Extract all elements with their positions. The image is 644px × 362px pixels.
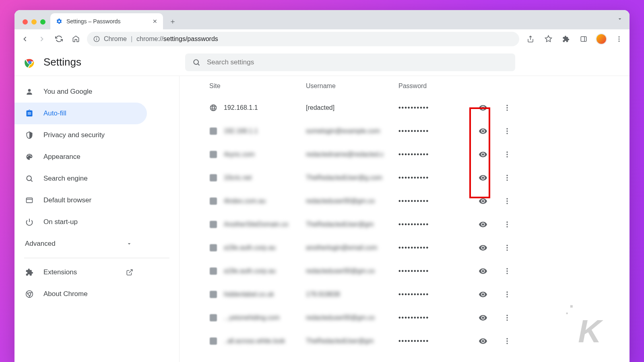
password-mask: ••••••••••: [398, 291, 471, 298]
sidebar-about[interactable]: About Chrome: [14, 283, 147, 305]
site-name: 4index.com.au: [224, 197, 266, 205]
sidebar-item-you-and-google[interactable]: You and Google: [14, 81, 147, 103]
sidebar-item-appearance[interactable]: Appearance: [14, 146, 147, 168]
row-more-button[interactable]: [500, 194, 514, 208]
password-row[interactable]: 4sync.comredactedname@redacted.c••••••••…: [180, 143, 514, 166]
password-row[interactable]: 10cric.netTheRedactedUser@g.com•••••••••…: [180, 166, 514, 189]
settings-header: Settings: [14, 49, 630, 76]
profile-avatar[interactable]: [596, 33, 607, 45]
password-row[interactable]: a19e.auth.corp.auanotherlogin@email.com•…: [180, 236, 514, 259]
password-mask: ••••••••••: [398, 221, 471, 228]
new-tab-button[interactable]: ＋: [166, 15, 179, 28]
svg-point-26: [506, 133, 508, 134]
password-row[interactable]: 4index.com.auredacteduser00@gm.co•••••••…: [180, 189, 514, 213]
show-password-button[interactable]: [476, 101, 490, 115]
svg-point-30: [506, 175, 508, 176]
show-password-button[interactable]: [476, 287, 490, 302]
row-more-button[interactable]: [500, 101, 514, 115]
password-row[interactable]: ...yetonehiding.comredacteduser00@gm.co•…: [180, 306, 514, 329]
password-row[interactable]: AnotherSiteDomain.coTheRedactedUser@gm••…: [180, 213, 514, 236]
show-password-button[interactable]: [476, 147, 490, 162]
row-more-button[interactable]: [500, 241, 514, 255]
show-password-button[interactable]: [476, 264, 490, 278]
svg-point-37: [506, 224, 508, 225]
sidebar-extensions[interactable]: Extensions: [14, 261, 147, 283]
password-row[interactable]: a19e.auth.corp.auredacteduser00@gm.co•••…: [180, 259, 514, 283]
svg-point-42: [506, 268, 508, 269]
row-more-button[interactable]: [500, 334, 514, 348]
password-mask: ••••••••••: [398, 151, 471, 158]
row-more-button[interactable]: [500, 147, 514, 162]
site-name: 10cric.net: [224, 174, 252, 181]
show-password-button[interactable]: [476, 171, 490, 185]
palette-icon: [25, 152, 34, 161]
svg-point-11: [28, 89, 31, 92]
password-row[interactable]: hiddenlabel.co.uk179.919838••••••••••: [180, 283, 514, 306]
sidebar-item-search-engine[interactable]: Search engine: [14, 168, 147, 189]
settings-sidebar: You and GoogleAuto-fillPrivacy and secur…: [14, 76, 180, 362]
share-button[interactable]: [525, 33, 536, 45]
row-more-button[interactable]: [500, 171, 514, 185]
svg-point-45: [506, 292, 508, 293]
chevron-down-icon: [126, 241, 132, 247]
show-password-button[interactable]: [476, 311, 490, 325]
sidebar-item-default-browser[interactable]: Default browser: [14, 189, 147, 211]
home-button[interactable]: [70, 33, 81, 45]
sidebar-item-auto-fill[interactable]: Auto-fill: [14, 103, 147, 124]
sidebar-advanced[interactable]: Advanced: [14, 233, 143, 255]
username-value: redacteduser00@gm.co: [306, 267, 398, 275]
forward-button[interactable]: [36, 33, 47, 45]
search-settings-box[interactable]: [185, 53, 515, 71]
sidebar-item-privacy-and-security[interactable]: Privacy and security: [14, 124, 147, 146]
svg-point-32: [506, 179, 508, 181]
svg-point-34: [506, 200, 508, 202]
gear-icon: [56, 18, 62, 25]
show-password-button[interactable]: [476, 194, 490, 208]
username-value: anotherlogin@email.com: [306, 244, 398, 251]
address-bar[interactable]: Chrome | chrome://settings/passwords: [87, 32, 519, 46]
reload-button[interactable]: [53, 33, 64, 45]
password-row[interactable]: ..all.across.white.lookTheRedactedUser@g…: [180, 329, 514, 353]
extensions-button[interactable]: [560, 33, 572, 45]
col-username: Username: [306, 82, 398, 90]
username-value: redactedname@redacted.c: [306, 151, 398, 158]
page-title: Settings: [43, 56, 81, 68]
row-more-button[interactable]: [500, 124, 514, 138]
row-more-button[interactable]: [500, 311, 514, 325]
chrome-menu-button[interactable]: [613, 33, 625, 45]
close-tab-icon[interactable]: ✕: [153, 18, 157, 25]
extension-icon: [25, 268, 34, 277]
show-password-button[interactable]: [476, 217, 490, 232]
sidepanel-button[interactable]: [578, 33, 589, 45]
svg-point-40: [506, 247, 508, 248]
close-window-icon[interactable]: [23, 19, 28, 25]
search-icon: [25, 174, 34, 183]
site-info-icon[interactable]: [93, 36, 100, 42]
site-name: 192.168.1.1: [224, 104, 258, 111]
row-more-button[interactable]: [500, 264, 514, 278]
sidebar-item-on-start-up[interactable]: On start-up: [14, 211, 147, 233]
bookmark-button[interactable]: [543, 33, 554, 45]
show-password-button[interactable]: [476, 124, 490, 138]
svg-point-51: [506, 338, 508, 339]
password-row[interactable]: 192.168.1.1[redacted]••••••••••: [180, 96, 514, 119]
tabs-dropdown-icon[interactable]: [617, 16, 623, 22]
username-value: [redacted]: [306, 104, 398, 111]
svg-point-38: [506, 226, 508, 227]
row-more-button[interactable]: [500, 217, 514, 232]
username-value: TheRedactedUser@gm: [306, 337, 398, 345]
password-mask: ••••••••••: [398, 337, 471, 345]
password-row[interactable]: 192.168.1.1somelogin@example.com••••••••…: [180, 119, 514, 143]
maximize-window-icon[interactable]: [40, 19, 45, 25]
svg-point-29: [506, 156, 508, 157]
back-button[interactable]: [19, 33, 31, 45]
show-password-button[interactable]: [476, 241, 490, 255]
favicon: [209, 220, 217, 228]
show-password-button[interactable]: [476, 334, 490, 348]
svg-point-47: [506, 296, 508, 297]
browser-tab[interactable]: Settings – Passwords ✕: [50, 13, 163, 29]
row-more-button[interactable]: [500, 287, 514, 302]
search-settings-input[interactable]: [207, 58, 508, 66]
svg-point-31: [506, 177, 508, 178]
minimize-window-icon[interactable]: [31, 19, 37, 25]
